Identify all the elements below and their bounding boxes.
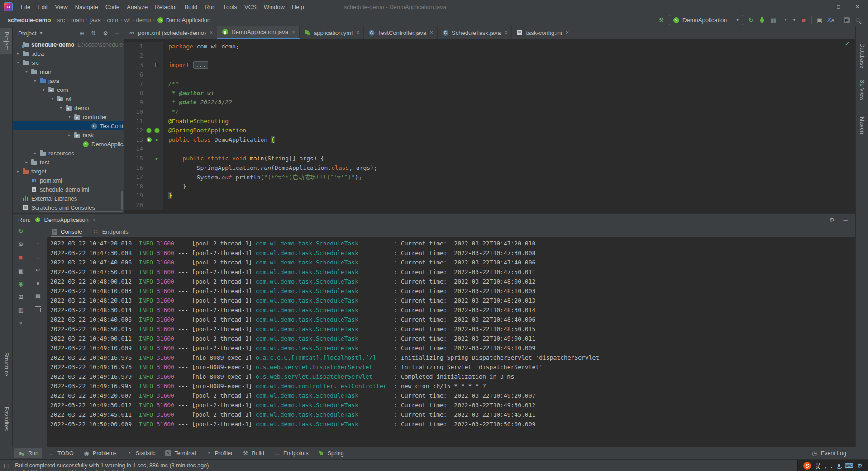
toolwindow-toggle-icon[interactable]: ▢ <box>4 463 9 468</box>
grid-icon[interactable]: ▦ <box>17 306 24 313</box>
tree-row-demo[interactable]: ▾demo <box>13 103 124 112</box>
run-icon[interactable]: ▶ <box>153 136 161 143</box>
menu-item-edit[interactable]: Edit <box>34 0 51 14</box>
profiler-snapshot-icon[interactable]: ◉ <box>17 280 24 287</box>
tree-row-external-libraries[interactable]: External Libraries <box>13 194 124 203</box>
settings-gear-icon[interactable]: ⚙ <box>828 216 835 223</box>
keyboard-icon[interactable]: ⌨ <box>845 462 854 469</box>
tool-tab-maven[interactable]: Maven <box>856 113 868 138</box>
build-hammer-icon[interactable]: ⚒ <box>658 16 665 24</box>
tree-row-resources[interactable]: ▸resources <box>13 149 124 158</box>
menu-item-tools[interactable]: Tools <box>219 0 241 14</box>
inspections-ok-icon[interactable]: ✓ <box>845 40 850 47</box>
toolwindow-tab-todo[interactable]: ≡TODO <box>44 448 77 458</box>
code-editor[interactable]: 1package com.wl.demo;23+import ...67/**8… <box>124 39 855 213</box>
tree-row--idea[interactable]: ▸.idea <box>13 49 124 58</box>
menu-item-vcs[interactable]: VCS <box>241 0 260 14</box>
tool-tab-favorites[interactable]: Favorites <box>0 403 12 435</box>
toolwindow-tab-statistic[interactable]: ◔Statistic <box>122 448 159 458</box>
tree-row-schedule-demo-iml[interactable]: schedule-demo.iml <box>13 185 124 194</box>
console-output[interactable]: 2022-03-22 10:47:20.010 INFO 31600 --- [… <box>47 237 855 447</box>
stop-icon[interactable]: ■ <box>800 16 807 24</box>
editor-tab-demoapplication-java[interactable]: sDemoApplication.java× <box>217 26 300 39</box>
tree-row-controller[interactable]: ▾controller <box>13 112 124 121</box>
tree-row-src[interactable]: ▾src <box>13 58 124 67</box>
debug-icon[interactable] <box>758 16 766 24</box>
tab-console[interactable]: > Console <box>51 226 82 237</box>
ime-punct-period[interactable]: . <box>831 462 833 469</box>
sogou-logo-icon[interactable]: S <box>803 462 811 470</box>
scroll-end-icon[interactable]: ⇟ <box>34 279 42 287</box>
boot-run-icon[interactable]: s <box>145 136 153 143</box>
breadcrumb-item-src[interactable]: src <box>56 17 66 24</box>
search-icon[interactable] <box>854 16 862 24</box>
fold-plus-icon[interactable]: + <box>153 61 161 68</box>
hide-icon[interactable]: ─ <box>842 216 849 223</box>
close-window-icon[interactable]: ✕ <box>850 1 865 13</box>
ime-settings-icon[interactable]: ⚙ <box>857 462 863 469</box>
tree-expanded-icon[interactable]: ▾ <box>66 115 73 119</box>
tree-row-wl[interactable]: ▾wl <box>13 94 124 103</box>
toolwindow-tab-endpoints[interactable]: ∷Endpoints <box>270 448 312 458</box>
menu-item-code[interactable]: Code <box>102 0 123 14</box>
ime-punct-comma[interactable]: , <box>825 462 827 469</box>
run-configuration-select[interactable]: sDemoApplication▼ <box>669 15 743 25</box>
breadcrumb-item-com[interactable]: com <box>105 17 119 24</box>
soft-wrap-icon[interactable]: ↩ <box>34 266 42 274</box>
hide-icon[interactable]: ─ <box>114 29 121 37</box>
rerun-icon[interactable]: ↻ <box>747 16 754 24</box>
close-icon[interactable]: × <box>292 29 295 35</box>
breadcrumb-item-java[interactable]: java <box>89 17 102 24</box>
toolwindow-tab-run[interactable]: ▶Run <box>14 448 42 458</box>
settings-gear-icon[interactable]: ⚙ <box>102 29 109 37</box>
tree-expanded-icon[interactable]: ▾ <box>40 87 48 92</box>
settings-wrench-icon[interactable]: ⚙ <box>17 240 24 248</box>
tree-row-testcontroller[interactable]: CTestController <box>13 121 124 130</box>
breadcrumb-item-schedule-demo[interactable]: schedule-demo <box>6 17 52 24</box>
minimize-window-icon[interactable]: ─ <box>812 1 827 13</box>
tool-tab-project[interactable]: Project <box>0 28 12 54</box>
editor-tab-application-yml[interactable]: application.yml× <box>300 26 364 39</box>
pin-icon[interactable]: ⌖ <box>17 319 24 327</box>
tree-row-pom-xml[interactable]: mpom.xml <box>13 176 124 185</box>
tree-row-test[interactable]: ▸test <box>13 158 124 167</box>
microphone-icon[interactable] <box>838 464 840 467</box>
menu-item-build[interactable]: Build <box>181 0 201 14</box>
tree-collapsed-icon[interactable]: ▸ <box>14 51 22 56</box>
rerun-icon[interactable]: ↻ <box>17 227 24 235</box>
menu-item-navigate[interactable]: Navigate <box>72 0 102 14</box>
toolwindow-tab-spring[interactable]: Spring <box>314 448 348 458</box>
tree-row-task[interactable]: ▸task <box>13 130 124 139</box>
menu-item-help[interactable]: Help <box>288 0 308 14</box>
translate-icon[interactable]: XA <box>827 16 835 24</box>
tree-expanded-icon[interactable]: ▾ <box>31 78 39 83</box>
maximize-window-icon[interactable]: □ <box>831 1 846 13</box>
clear-icon[interactable] <box>34 306 42 313</box>
screencast-icon[interactable]: ▶ <box>843 16 850 24</box>
vertical-scrollbar[interactable] <box>121 191 123 210</box>
close-icon[interactable]: × <box>93 216 96 223</box>
menu-item-window[interactable]: Window <box>260 0 288 14</box>
screenshot-icon[interactable]: ▣ <box>17 267 24 274</box>
editor-tab-task-config-ini[interactable]: task-config.ini× <box>512 26 573 39</box>
menu-item-run[interactable]: Run <box>201 0 219 14</box>
close-icon[interactable]: × <box>566 29 569 36</box>
tab-endpoints[interactable]: ∷ Endpoints <box>92 226 129 237</box>
locate-icon[interactable]: ⊕ <box>78 29 86 37</box>
breadcrumb-item-demo[interactable]: demo <box>135 17 153 24</box>
toolwindow-tab-terminal[interactable]: >Terminal <box>161 448 199 458</box>
editor-tab-scheduletask-java[interactable]: CScheduleTask.java× <box>438 26 512 39</box>
coverage-icon[interactable]: ▥ <box>770 16 777 24</box>
tree-row-com[interactable]: ▾com <box>13 85 124 94</box>
profiler-dropdown-icon[interactable]: ▼ <box>792 18 796 22</box>
breadcrumb-item-DemoApplication[interactable]: sDemoApplication <box>156 16 212 24</box>
toolwindow-tab-problems[interactable]: ◉Problems <box>79 448 120 458</box>
toolwindow-tab-profiler[interactable]: ◔Profiler <box>201 448 237 458</box>
tool-windows-icon[interactable]: ▣ <box>816 16 823 24</box>
tree-row-main[interactable]: ▾main <box>13 67 124 76</box>
close-icon[interactable]: × <box>210 29 213 36</box>
close-icon[interactable]: × <box>504 29 507 36</box>
close-icon[interactable]: × <box>430 29 433 36</box>
tree-collapsed-icon[interactable]: ▸ <box>31 151 39 155</box>
editor-tab-pom-xml-schedule-demo-[interactable]: mpom.xml (schedule-demo)× <box>124 26 217 39</box>
